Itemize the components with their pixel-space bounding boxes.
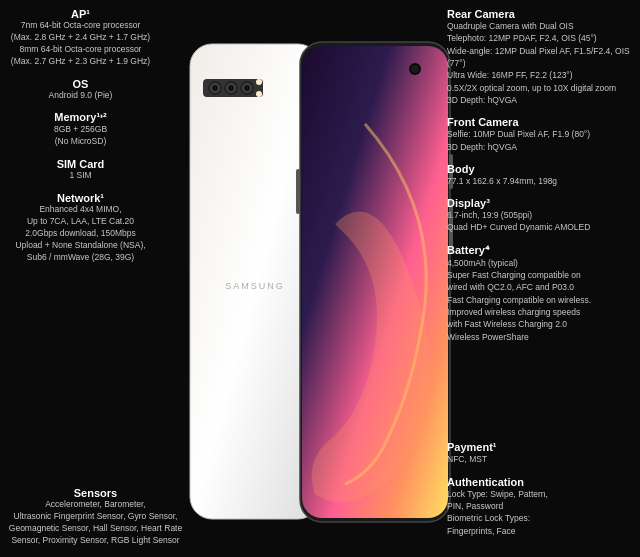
svg-point-8 <box>228 85 234 91</box>
spec-sim-value: 1 SIM <box>8 170 153 182</box>
spec-rear-camera-value: Quadruple Camera with Dual OIS Telephoto… <box>447 20 632 106</box>
svg-point-13 <box>256 91 262 97</box>
spec-rear-camera: Rear Camera Quadruple Camera with Dual O… <box>447 8 632 106</box>
spec-battery: Battery⁴ 4,500mAh (typical) Super Fast C… <box>447 244 632 343</box>
spec-ap: AP¹ 7nm 64-bit Octa-core processor (Max.… <box>8 8 153 68</box>
page-container: AP¹ 7nm 64-bit Octa-core processor (Max.… <box>0 0 640 557</box>
spec-payment-title: Payment¹ <box>447 441 632 453</box>
spec-network-title: Network¹ <box>8 192 153 204</box>
spec-authentication-title: Authentication <box>447 476 632 488</box>
spec-sensors-value: Accelerometer, Barometer, Ultrasonic Fin… <box>8 499 183 547</box>
svg-point-12 <box>256 79 262 85</box>
spec-battery-title: Battery⁴ <box>447 244 632 257</box>
svg-point-11 <box>244 85 250 91</box>
spec-sim-title: SIM Card <box>8 158 153 170</box>
spec-payment-value: NFC, MST <box>447 453 632 465</box>
svg-point-5 <box>212 85 218 91</box>
spec-network-value: Enhanced 4x4 MIMO, Up to 7CA, LAA, LTE C… <box>8 204 153 263</box>
spec-memory-title: Memory¹˒² <box>8 111 153 124</box>
spec-memory: Memory¹˒² 8GB + 256GB (No MicroSD) <box>8 111 153 148</box>
spec-ap-value: 7nm 64-bit Octa-core processor (Max. 2.8… <box>8 20 153 68</box>
spec-front-camera: Front Camera Selfie: 10MP Dual Pixel AF,… <box>447 116 632 153</box>
spec-sensors-title: Sensors <box>8 487 183 499</box>
spec-network: Network¹ Enhanced 4x4 MIMO, Up to 7CA, L… <box>8 192 153 263</box>
svg-rect-21 <box>296 169 300 214</box>
spec-body-title: Body <box>447 163 632 175</box>
spec-sensors: Sensors Accelerometer, Barometer, Ultras… <box>8 487 183 547</box>
spec-body: Body 77.1 x 162.6 x 7.94mm, 198g <box>447 163 632 187</box>
svg-point-18 <box>411 65 419 73</box>
spec-battery-value: 4,500mAh (typical) Super Fast Charging c… <box>447 257 632 343</box>
bottom-right-specs: Payment¹ NFC, MST Authentication Lock Ty… <box>447 441 632 547</box>
spec-front-camera-value: Selfie: 10MP Dual Pixel AF, F1.9 (80°) 3… <box>447 128 632 153</box>
spec-display-value: 6.7-inch, 19:9 (505ppi) Quad HD+ Curved … <box>447 209 632 234</box>
spec-authentication-value: Lock Type: Swipe, Pattern, PIN, Password… <box>447 488 632 537</box>
spec-memory-value: 8GB + 256GB (No MicroSD) <box>8 124 153 148</box>
svg-text:SAMSUNG: SAMSUNG <box>225 281 285 291</box>
spec-os-value: Android 9.0 (Pie) <box>8 90 153 102</box>
spec-sim: SIM Card 1 SIM <box>8 158 153 182</box>
spec-display-title: Display³ <box>447 197 632 209</box>
spec-payment: Payment¹ NFC, MST <box>447 441 632 465</box>
spec-ap-title: AP¹ <box>8 8 153 20</box>
right-specs-panel: Rear Camera Quadruple Camera with Dual O… <box>447 8 632 353</box>
spec-os-title: OS <box>8 78 153 90</box>
spec-os: OS Android 9.0 (Pie) <box>8 78 153 102</box>
spec-rear-camera-title: Rear Camera <box>447 8 632 20</box>
left-specs-panel: AP¹ 7nm 64-bit Octa-core processor (Max.… <box>8 8 153 274</box>
spec-display: Display³ 6.7-inch, 19:9 (505ppi) Quad HD… <box>447 197 632 234</box>
phone-image: SAMSUNG <box>180 19 460 539</box>
spec-body-value: 77.1 x 162.6 x 7.94mm, 198g <box>447 175 632 187</box>
spec-authentication: Authentication Lock Type: Swipe, Pattern… <box>447 476 632 537</box>
spec-front-camera-title: Front Camera <box>447 116 632 128</box>
